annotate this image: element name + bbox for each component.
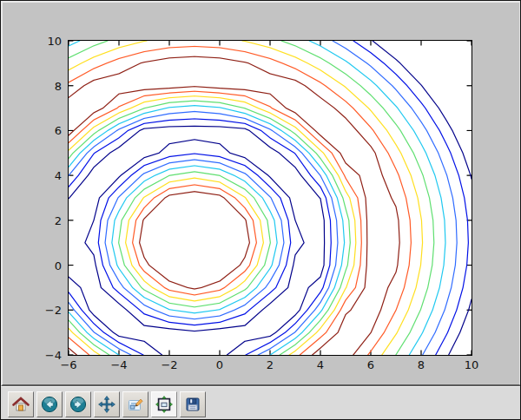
y-tick-label: 4 — [55, 169, 62, 182]
x-tick-label: 6 — [367, 358, 374, 371]
x-tick-label: −2 — [161, 358, 177, 371]
x-tick-label: 0 — [216, 358, 223, 371]
y-tick-label: 8 — [55, 79, 62, 92]
axes-plot-area: −6−4−20246810−4−20246810 — [68, 40, 472, 356]
home-icon — [12, 396, 30, 413]
move-arrows-icon — [98, 396, 115, 413]
x-tick-label: 2 — [267, 358, 274, 371]
subplots-button[interactable] — [151, 391, 177, 417]
x-tick-label: 8 — [418, 358, 425, 371]
matplotlib-window: −6−4−20246810−4−20246810 — [0, 0, 521, 420]
navigation-toolbar — [1, 386, 520, 420]
y-tick-label: 0 — [55, 259, 62, 272]
y-tick-label: −4 — [45, 349, 62, 362]
forward-arrow-icon — [69, 396, 87, 413]
x-tick-label: −6 — [60, 358, 76, 371]
y-tick-label: 2 — [55, 213, 62, 226]
home-button[interactable] — [8, 391, 34, 417]
pan-button[interactable] — [94, 391, 120, 417]
x-tick-label: −4 — [110, 358, 127, 371]
fit-arrows-icon — [155, 396, 173, 413]
figure-canvas: −6−4−20246810−4−20246810 — [1, 1, 521, 386]
y-tick-label: 6 — [55, 124, 62, 137]
zoom-button[interactable] — [122, 391, 148, 417]
x-tick-label: 10 — [465, 358, 479, 371]
back-arrow-icon — [41, 396, 58, 413]
x-tick-label: 4 — [317, 358, 324, 371]
save-button[interactable] — [180, 391, 206, 417]
y-tick-label: −2 — [45, 304, 62, 317]
forward-button[interactable] — [65, 391, 91, 417]
y-tick-label: 10 — [47, 35, 62, 48]
contour-plot[interactable] — [69, 41, 472, 355]
notepad-pencil-icon — [127, 396, 144, 413]
back-button[interactable] — [36, 391, 63, 417]
floppy-disk-icon — [184, 396, 201, 413]
